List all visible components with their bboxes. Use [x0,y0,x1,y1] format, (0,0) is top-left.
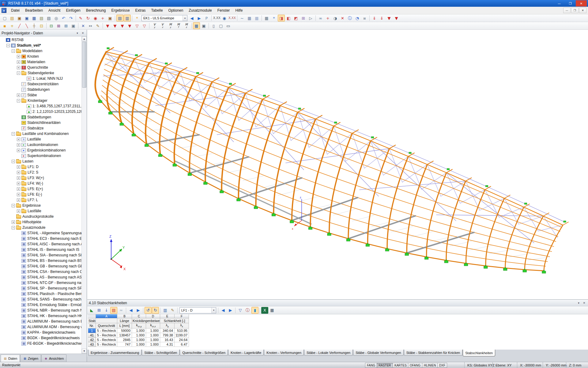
tree-item[interactable]: +LF2: S [0,170,81,175]
snap-toggle-dxf[interactable]: DXF [437,363,447,368]
export-excel-button[interactable]: X [261,307,268,314]
cell-kcry[interactable]: 1.000 [132,333,146,338]
tree-expander[interactable]: − [12,204,15,207]
tree-item[interactable]: +▸Lastkombinationen [0,142,81,148]
info-comment-button[interactable]: ⓘ [244,307,251,314]
tree-item[interactable]: ▦STAHL Ermüdung Stäbe - Ermüd [0,302,81,308]
table-view-a-button[interactable]: ▦ [246,15,253,21]
row-number[interactable]: 43 [88,342,96,347]
row-number[interactable]: 42 [88,338,96,342]
transparent-view-button[interactable]: ◧ [285,15,292,21]
tree-expander[interactable]: − [17,99,20,102]
result-diagrams-button[interactable]: ▦ [193,22,200,29]
renderer-button[interactable]: ▭ [225,22,232,29]
navigator-tab-zeigen[interactable]: ▦Zeigen [20,355,41,362]
tree-expander[interactable]: + [17,176,20,180]
open-file-button[interactable]: ▤ [9,15,16,21]
snap-toggle-raster[interactable]: RASTER [377,363,393,368]
tree-item[interactable]: ▦STAHL AISC - Bemessung nach A [0,241,81,247]
menu-ansicht[interactable]: Ansicht [46,7,63,14]
tree-item[interactable]: +▪Knoten [0,54,81,59]
navigator-tab-ansichten[interactable]: ◉Ansichten [41,355,66,362]
tree-item[interactable]: ▦STAHL - Allgemeine Spannungsa [0,230,81,236]
tree-item[interactable]: ▦KAPPA - Biegeknicknachweis [0,330,81,335]
tree-expander[interactable]: + [17,187,20,191]
tree-item[interactable]: ZStabsätze [0,125,81,131]
tree-expander[interactable]: + [17,209,20,213]
tree-expander[interactable]: + [17,171,20,174]
tree-item[interactable]: ▦STAHL IS - Bemessung nach IS [0,247,81,252]
minimize-button[interactable]: — [554,0,565,6]
column-letter-b[interactable]: B [117,314,132,318]
menu-extras[interactable]: Extras [133,7,149,14]
column-letter-f[interactable]: F [175,314,189,318]
new-member-set-button[interactable]: ╲ [23,22,30,29]
cell-kcrz[interactable]: 1.000 [146,338,160,342]
close-icon[interactable]: ✕ [582,301,586,305]
cell-kcry[interactable]: 1.000 [132,328,146,333]
dimension-button[interactable]: ↔ [87,22,94,29]
cell-kcry[interactable]: 1.000 [132,342,146,347]
snap-toggle-kartes[interactable]: KARTES [393,363,409,368]
menu-berechnung[interactable]: Berechnung [83,7,109,14]
result-tab[interactable]: Stäbe - Lokale Verformungen [304,350,353,356]
surface-load-button[interactable]: ▼ [119,22,126,29]
navigator-scrollbar[interactable]: ▲ ▼ [81,36,87,354]
tree-item[interactable]: −Lasten [0,159,81,164]
result-animation-button[interactable]: ▣ [200,22,207,29]
tree-item[interactable]: +LF6: E(-) [0,192,81,197]
tree-item[interactable]: ▦STAHL SP - Bemessung nach SP [0,286,81,291]
column-letter-a[interactable]: A [96,314,117,318]
previous-load-case-button[interactable]: ◀ [220,307,227,314]
result-tab[interactable]: Stäbe - Schnittgrößen [142,350,179,356]
generate-members-button[interactable]: ⊟ [48,22,55,29]
result-vz-button[interactable]: Vz [159,22,166,29]
tree-item[interactable]: +LF1: D [0,164,81,170]
free-load-button[interactable]: ▽ [134,22,141,29]
cell-querschnitt[interactable]: 5 - Rechteck 400/ [96,333,117,338]
member-load-button[interactable]: ▼ [111,22,119,29]
cell-querschnitt[interactable]: 5 - Rechteck 400/ [96,338,117,342]
tree-item[interactable]: /Stabteilungen [0,87,81,92]
tree-item[interactable]: −Modelldaten [0,48,81,54]
menu-datei[interactable]: Datei [8,7,22,14]
edit-mode-button[interactable]: ✎ [169,307,176,314]
tree-expander[interactable]: − [12,160,15,163]
new-window-button[interactable]: ▣ [107,15,114,21]
hidden-lines-view-button[interactable]: ◩ [292,15,300,21]
sync-selection-button[interactable]: ↻ [152,307,159,314]
info-button[interactable]: ⓘ [346,15,353,21]
tree-item[interactable]: ▥Stabbettungen [0,114,81,120]
cell-laenge[interactable]: 59000 [117,328,132,333]
nodal-load-button[interactable]: ▼ [104,22,111,29]
show-max-values-button[interactable]: X.XX [228,15,236,21]
export-diagram-button[interactable]: ◣ [88,307,95,314]
print-graphic-button[interactable]: ⇓ [371,15,378,21]
tree-item[interactable]: ▦STAHL NTC-DF - Bemessung nac [0,280,81,286]
new-cross-member-button[interactable]: ┼ [31,22,38,29]
pin-icon[interactable]: ▾ [75,31,80,35]
row-number[interactable]: 1 [88,328,96,333]
close-icon[interactable]: ✕ [81,31,85,35]
menu-einf-gen[interactable]: Einfügen [63,7,83,14]
maximize-button[interactable]: ❐ [565,0,576,6]
print-preview-button[interactable]: ◎ [53,15,60,21]
tree-item[interactable]: −Stabendgelenke [0,70,81,76]
menu-hilfe[interactable]: Hilfe [232,7,245,14]
calculation-time-button[interactable]: ◔ [354,15,361,21]
tree-item[interactable]: ~Stabnichtlinearitäten [0,120,81,125]
save-button[interactable]: ▦ [31,15,38,21]
sync-graphic-button[interactable]: ↺ [145,307,152,314]
line-load-button[interactable]: ▼ [126,22,133,29]
menu-optionen[interactable]: Optionen [166,7,186,14]
settings-gears-button[interactable]: ¤ [361,15,368,21]
column-letter-e[interactable]: E [160,314,175,318]
row-number[interactable]: 41 [88,333,96,338]
new-file-button[interactable]: ▢ [1,15,8,21]
cell-querschnitt[interactable]: 5 - Rechteck 400/ [96,342,117,347]
tree-item[interactable]: ▸Superkombinationen [0,153,81,159]
cell-lambday[interactable]: 4.31 [160,342,175,347]
result-vy-button[interactable]: Vy [151,22,158,29]
open-project-button[interactable]: ▣ [16,15,23,21]
visibility-all-button[interactable]: ▢ [217,22,224,29]
